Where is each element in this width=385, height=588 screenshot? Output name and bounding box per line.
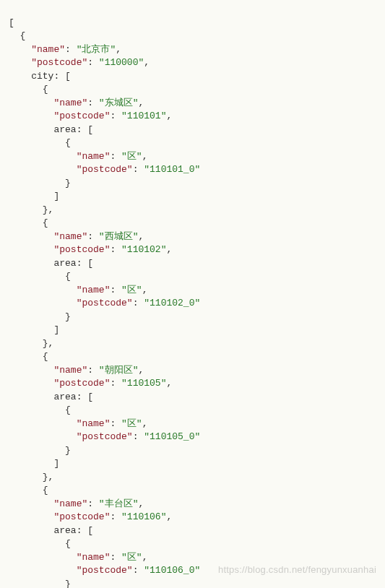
code-line: { [9,30,25,41]
code-line: area: [ [9,392,93,402]
code-line: area: [ [9,124,93,135]
code-line: "postcode": "110101", [9,111,172,121]
code-line: "name": "区", [9,151,147,162]
code-line: "postcode": "110000", [9,57,150,68]
code-line: }, [9,204,53,215]
code-line: area: [ [9,258,93,269]
code-line: ] [9,458,59,469]
code-line: { [9,351,48,362]
code-line: "name": "区", [9,552,147,563]
code-line: }, [9,472,53,483]
code-line: }, [9,338,53,349]
code-line: ] [9,324,59,335]
code-line: "name": "西城区", [9,231,144,242]
code-line: [ [9,17,14,28]
code-line: "postcode": "110101_0" [9,164,200,175]
code-line: "postcode": "110106", [9,511,172,522]
code-line: "postcode": "110102_0" [9,298,200,308]
code-line: city: [ [9,71,71,82]
code-line: } [9,311,71,322]
code-line: "postcode": "110102", [9,244,172,255]
code-line: "name": "东城区", [9,98,144,108]
code-line: { [9,538,71,549]
code-line: "name": "区", [9,285,147,295]
code-line: ] [9,191,59,202]
code-line: "name": "区", [9,418,147,429]
code-line: } [9,445,71,456]
code-line: { [9,217,48,228]
code-line: { [9,485,48,496]
code-line: "postcode": "110105_0" [9,431,200,442]
code-line: { [9,84,48,95]
code-line: "name": "北京市", [9,44,121,55]
code-line: area: [ [9,525,93,536]
code-line: "postcode": "110105", [9,378,172,389]
code-line: "name": "朝阳区", [9,365,144,376]
code-line: { [9,405,71,415]
code-line: } [9,178,71,189]
code-line: { [9,271,71,282]
code-line: { [9,137,71,148]
code-line: "postcode": "110106_0" [9,565,200,576]
code-line: "name": "丰台区", [9,498,144,509]
code-line: } [9,579,71,589]
code-block: [ { "name": "北京市", "postcode": "110000",… [0,0,385,588]
